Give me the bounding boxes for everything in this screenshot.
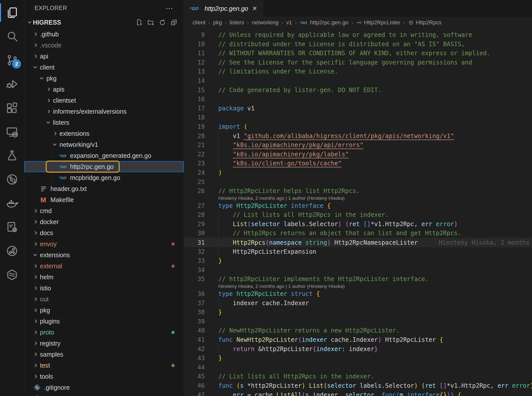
activity-item-extensions[interactable] (0, 97, 24, 119)
code-line-19[interactable]: 19import ( (184, 122, 532, 131)
breadcrumb-listers[interactable]: listers (230, 19, 244, 26)
code-line-31[interactable]: 31 Http2Rpcs(namespace string) Http2RpcN… (184, 238, 532, 247)
tree-folder-istio[interactable]: istio (24, 283, 184, 294)
code-line-45[interactable]: 45// List lists all Http2Rpcs in the ind… (184, 372, 532, 381)
gitlens-codelens[interactable]: Hinsteny Hisoka, 2 months ago | 1 author… (184, 284, 532, 289)
code-line-20[interactable]: 20 v1 "github.com/alibaba/higress/client… (184, 131, 532, 141)
tree-folder-apis[interactable]: apis (24, 84, 184, 95)
code-line-12[interactable]: 12// See the License for the specific la… (184, 58, 532, 67)
code-line-17[interactable]: 17package v1 (184, 104, 532, 113)
code-line-32[interactable]: 32 Http2RpcListerExpansion (184, 247, 532, 256)
code-line-10[interactable]: 10// distributed under the License is di… (184, 40, 532, 49)
tree-folder-pkg[interactable]: pkg (24, 73, 184, 84)
code-line-16[interactable]: 16 (184, 95, 532, 104)
code-line-26[interactable]: 26// Http2RpcLister helps list Http2Rpcs… (184, 186, 532, 196)
code-line-18[interactable]: 18 (184, 113, 532, 122)
tree-folder-cmd[interactable]: cmd (24, 205, 184, 216)
code-line-37[interactable]: 37 indexer cache.Indexer (184, 299, 532, 308)
tree-folder-networking-v1[interactable]: networking/v1 (24, 139, 184, 150)
code-line-14[interactable]: 14 (184, 76, 532, 86)
tree-folder-helm[interactable]: helm (24, 272, 184, 283)
tree-folder-client[interactable]: client (24, 62, 184, 73)
breadcrumb-http2rpcs[interactable]: Http2Rpcs (408, 19, 442, 26)
code-line-40[interactable]: 40// NewHttp2RpcLister returns a new Htt… (184, 326, 532, 335)
code-line-23[interactable]: 23 "k8s.io/client-go/tools/cache" (184, 159, 532, 168)
tree-folder-pkg[interactable]: pkg (24, 305, 184, 316)
code-line-44[interactable]: 44 (184, 363, 532, 372)
new-file-icon[interactable] (136, 19, 143, 27)
code-line-30[interactable]: 30 // Http2Rpcs returns an object that c… (184, 229, 532, 238)
tree-folder-docker[interactable]: docker (24, 216, 184, 227)
activity-item-testing[interactable] (0, 145, 24, 166)
activity-item-remote-explorer[interactable] (0, 121, 24, 143)
tree-folder-extensions[interactable]: extensions (24, 249, 184, 260)
breadcrumb-pkg[interactable]: pkg (213, 19, 222, 26)
tree-folder-registry[interactable]: registry (24, 338, 184, 349)
tab-http2rpc[interactable]: GO http2rpc.gen.go ✕ (184, 0, 263, 17)
code-line-35[interactable]: 35// http2RpcLister implements the Http2… (184, 275, 532, 284)
activity-item-cpp-tools[interactable] (0, 216, 24, 238)
breadcrumb-v1[interactable]: v1 (286, 19, 292, 26)
close-icon[interactable]: ✕ (252, 5, 257, 12)
code-line-15[interactable]: 15// Code generated by lister-gen. DO NO… (184, 86, 532, 95)
breadcrumb-http2rpc-gen-go[interactable]: GOhttp2rpc.gen.go (300, 19, 348, 26)
tree-file-http2rpc-gen-go[interactable]: GOhttp2rpc.gen.go (24, 161, 184, 172)
tree-file--gitignore[interactable]: .gitignore (24, 382, 184, 393)
code-line-42[interactable]: 42 return &http2RpcLister{indexer: index… (184, 345, 532, 354)
tree-folder-tools[interactable]: tools (24, 371, 184, 382)
activity-item-gitlens-inspect[interactable] (0, 169, 24, 190)
tree-folder-extensions[interactable]: extensions (24, 128, 184, 139)
tree-folder-test[interactable]: test (24, 360, 184, 371)
code-line-36[interactable]: 36type http2RpcLister struct { (184, 289, 532, 299)
code-line-41[interactable]: 41func NewHttp2RpcLister(indexer cache.I… (184, 335, 532, 345)
code-line-46[interactable]: 46func (s *http2RpcLister) List(selector… (184, 381, 532, 390)
breadcrumb-networking[interactable]: networking (252, 19, 278, 26)
breadcrumb-http2rpclister[interactable]: Http2RpcLister (356, 19, 401, 26)
collapse-all-icon[interactable] (170, 19, 178, 27)
tree-folder-informers-externalversions[interactable]: informers/externalversions (24, 106, 184, 117)
tree-folder-samples[interactable]: samples (24, 349, 184, 360)
tree-folder-plugins[interactable]: plugins (24, 316, 184, 327)
code-line-43[interactable]: 43} (184, 354, 532, 363)
tree-folder-docs[interactable]: docs (24, 227, 184, 238)
activity-item-hexagon-stack[interactable] (0, 264, 24, 286)
tree-folder-clientset[interactable]: clientset (24, 95, 184, 106)
code-line-13[interactable]: 13// limitations under the License. (184, 67, 532, 76)
activity-item-gitlens-graph[interactable] (0, 240, 24, 262)
tree-file--gitmodules[interactable]: .gitmodules (24, 393, 184, 396)
more-actions-icon[interactable]: ⋯ (165, 4, 174, 13)
tree-folder--github[interactable]: .github (24, 29, 184, 40)
tree-folder--vscode[interactable]: .vscode (24, 40, 184, 51)
tree-folder-envoy[interactable]: envoy (24, 238, 184, 249)
code-line-22[interactable]: 22 "k8s.io/apimachinery/pkg/labels" (184, 150, 532, 159)
code-line-47[interactable]: 47 err = cache.ListAll(s.indexer, select… (184, 390, 532, 396)
code-line-24[interactable]: 24) (184, 168, 532, 177)
activity-item-search[interactable] (0, 26, 24, 47)
code-line-38[interactable]: 38} (184, 308, 532, 317)
refresh-icon[interactable] (159, 19, 166, 27)
tree-folder-out[interactable]: out (24, 294, 184, 305)
tree-file-mcpbridge-gen-go[interactable]: GOmcpbridge.gen.go (24, 172, 184, 183)
code-line-34[interactable]: 34 (184, 266, 532, 275)
tree-folder-api[interactable]: api (24, 51, 184, 62)
new-folder-icon[interactable] (147, 19, 155, 27)
code-line-33[interactable]: 33} (184, 256, 532, 266)
code-line-28[interactable]: 28 // List lists all Http2Rpcs in the in… (184, 210, 532, 220)
code-line-11[interactable]: 11// WITHOUT WARRANTIES OR CONDITIONS OF… (184, 49, 532, 58)
activity-item-source-control[interactable]: 2 (0, 49, 24, 71)
section-header-higress[interactable]: HIGRESS (24, 16, 184, 29)
tree-file-header-go-txt[interactable]: header.go.txt (24, 183, 184, 194)
gitlens-codelens[interactable]: Hinsteny Hisoka, 2 months ago | 1 author… (184, 196, 532, 201)
code-line-39[interactable]: 39 (184, 317, 532, 326)
code-editor[interactable]: 9// Unless required by applicable law or… (184, 28, 532, 396)
code-line-9[interactable]: 9// Unless required by applicable law or… (184, 30, 532, 40)
tree-folder-external[interactable]: external (24, 260, 184, 272)
activity-item-explorer[interactable] (0, 2, 24, 23)
tree-folder-proto[interactable]: proto (24, 327, 184, 338)
code-line-29[interactable]: 29 List(selector labels.Selector) (ret [… (184, 220, 532, 229)
activity-item-docker[interactable] (0, 192, 24, 214)
tree-folder-listers[interactable]: listers (24, 117, 184, 128)
tree-file-expansion-generated-gen-go[interactable]: GOexpansion_generated.gen.go (24, 150, 184, 161)
code-line-21[interactable]: 21 "k8s.io/apimachinery/pkg/api/errors" (184, 141, 532, 150)
code-line-25[interactable]: 25 (184, 177, 532, 187)
